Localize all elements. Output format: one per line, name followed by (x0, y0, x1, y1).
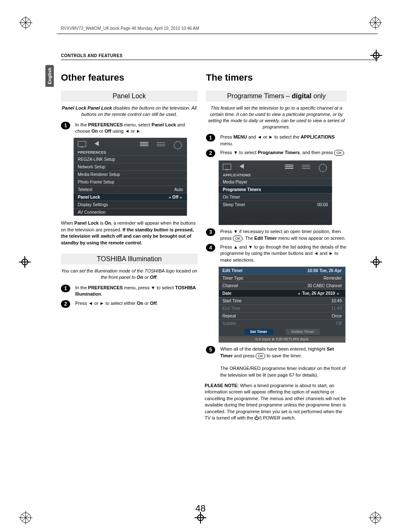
edit-timer-header: Edit Timer10:50 Tue, 26 Apr (219, 267, 345, 274)
osd-row: Display Settings (74, 201, 187, 208)
edit-timer-osd: Edit Timer10:50 Tue, 26 Apr Timer TypeRe… (219, 267, 346, 343)
step-number-icon: 4 (206, 244, 215, 252)
ok-button-icon: OK (334, 150, 344, 156)
step-number-icon: 1 (61, 122, 70, 129)
edit-timer-row: Date◄Tue, 26 Apr 2010► (219, 289, 345, 297)
step-number-icon: 5 (206, 346, 215, 354)
osd-title: PREFERENCES (74, 150, 187, 155)
step-text: Press MENU and ◄ or ► to select the APPL… (220, 134, 347, 147)
edit-timer-buttons: Set Timer Delete Timer (219, 327, 345, 336)
timers-step-5: 5 When all of the details have been ente… (206, 346, 347, 378)
osd-row: Programme Timers (219, 186, 332, 193)
picture-tab-icon (223, 164, 232, 170)
manual-page: RVXVMV73_WebOM_UK.book Page 48 Monday, A… (0, 0, 401, 532)
step-text: Press ◄ or ► to select either On or Off. (75, 300, 198, 308)
panel-lock-step-1: 1 In the PREFERENCES menu, select Panel … (61, 122, 198, 135)
osd-row: Media Renderer Setup (74, 170, 187, 178)
step-text: Press ▼ if necessary to select an open t… (220, 228, 347, 241)
subhead-panel-lock: Panel Lock (61, 91, 198, 102)
step-text: When all of the details have been entere… (220, 346, 347, 378)
edit-timer-row: SubtitleOff (219, 320, 345, 327)
heading-other-features: Other features (61, 72, 198, 83)
applications-osd: APPLICATIONS Media PlayerProgramme Timer… (219, 160, 332, 225)
apps-osd-rows: Media PlayerProgramme TimersOn TimerSlee… (219, 178, 332, 208)
osd-row: Network Setup (74, 163, 187, 170)
list-tab-icon (140, 141, 149, 148)
sound-tab-icon (240, 164, 249, 170)
running-head: RVXVMV73_WebOM_UK.book Page 48 Monday, A… (61, 26, 199, 31)
crosshair-right (370, 256, 382, 268)
edit-timer-row: RepeatOnce (219, 312, 345, 320)
regmark-tl (19, 16, 32, 29)
osd-row: Photo Frame Setup (74, 178, 187, 186)
left-column: Other features Panel Lock Panel Lock Pan… (61, 72, 198, 310)
step-text: In the PREFERENCES menu, press ▼ to sele… (75, 285, 198, 298)
ok-button-icon: OK (233, 236, 243, 241)
right-column: The timers Programme Timers – digital on… (206, 72, 347, 425)
language-tab: English (45, 65, 54, 87)
ok-button-icon: OK (256, 353, 265, 359)
preferences-osd: PREFERENCES REGZA-LINK SetupNetwork Setu… (74, 138, 187, 216)
page-number: 48 (0, 503, 401, 514)
gear-tab-icon (319, 164, 328, 170)
timers-step-1: 1 Press MENU and ◄ or ► to select the AP… (206, 134, 347, 147)
osd-row: AV Connection (74, 208, 187, 216)
edit-timer-row: Timer TypeReminder (219, 274, 345, 282)
osd-row: Panel Lock◄ Off ► (74, 193, 187, 201)
step-number-icon: 1 (206, 134, 215, 142)
list-tab-icon (285, 164, 294, 170)
panel-lock-intro: Panel Lock Panel Lock disables the butto… (61, 105, 198, 118)
timers-step-2: 2 Press ▼ to select Programme Timers, an… (206, 149, 347, 157)
osd-title: APPLICATIONS (219, 173, 332, 178)
top-rule (57, 34, 378, 34)
regmark-tr (369, 16, 382, 29)
osd-row: TeletextAuto (74, 186, 187, 193)
osd-row: On Timer (219, 193, 332, 201)
sound-tab-icon (95, 141, 104, 148)
crosshair-left (19, 256, 31, 268)
heading-the-timers: The timers (206, 72, 347, 83)
picture-tab-icon (78, 141, 87, 148)
panel-lock-after: When Panel Lock is On, a reminder will a… (61, 220, 198, 246)
subhead-toshiba-illumination: TOSHIBA Illumination (61, 254, 198, 265)
edit-timer-row: Start Time10:49 (219, 297, 345, 304)
edit-timer-footer: 0-9 Input ⊕ Edit RETURN Back (219, 336, 345, 342)
osd-row: Media Player (219, 178, 332, 186)
edit-timer-rows: Timer TypeReminderChannel30 CABC Channel… (219, 274, 345, 327)
subhead-programme-timers: Programme Timers – digital only (206, 91, 347, 102)
timers-step-3: 3 Press ▼ if necessary to select an open… (206, 228, 347, 241)
step-text: Press ▼ to select Programme Timers, and … (220, 149, 347, 157)
sliders-tab-icon (302, 164, 311, 170)
delete-timer-button[interactable]: Delete Timer (286, 329, 320, 335)
osd-tab-icons (219, 163, 332, 173)
step-number-icon: 1 (61, 285, 70, 292)
step-text: Press ▲ and ▼ to go through the list add… (220, 244, 347, 263)
edit-timer-row: End Time11:49 (219, 304, 345, 312)
please-note: PLEASE NOTE: When a timed programme is a… (205, 383, 347, 421)
osd-row: Sleep Timer00:00 (219, 201, 332, 208)
pref-osd-rows: REGZA-LINK SetupNetwork SetupMedia Rende… (74, 155, 187, 216)
set-timer-button[interactable]: Set Timer (244, 329, 273, 335)
step-text: In the PREFERENCES menu, select Panel Lo… (75, 122, 198, 135)
gear-tab-icon (174, 141, 183, 148)
progtimers-intro: This feature will set the television to … (206, 105, 347, 130)
step-number-icon: 2 (61, 300, 70, 308)
edit-timer-row: Channel30 CABC Channel (219, 282, 345, 289)
illum-intro: You can set the illumination mode of the… (61, 268, 198, 280)
step-number-icon: 3 (206, 228, 215, 236)
illum-step-1: 1 In the PREFERENCES menu, press ▼ to se… (61, 285, 198, 298)
section-header: CONTROLS AND FEATURES (61, 53, 378, 60)
step-number-icon: 2 (206, 149, 215, 157)
osd-tab-icons (74, 140, 187, 150)
timers-step-4: 4 Press ▲ and ▼ to go through the list a… (206, 244, 347, 263)
sliders-tab-icon (157, 141, 166, 148)
illum-step-2: 2 Press ◄ or ► to select either On or Of… (61, 300, 198, 308)
osd-row: REGZA-LINK Setup (74, 155, 187, 163)
